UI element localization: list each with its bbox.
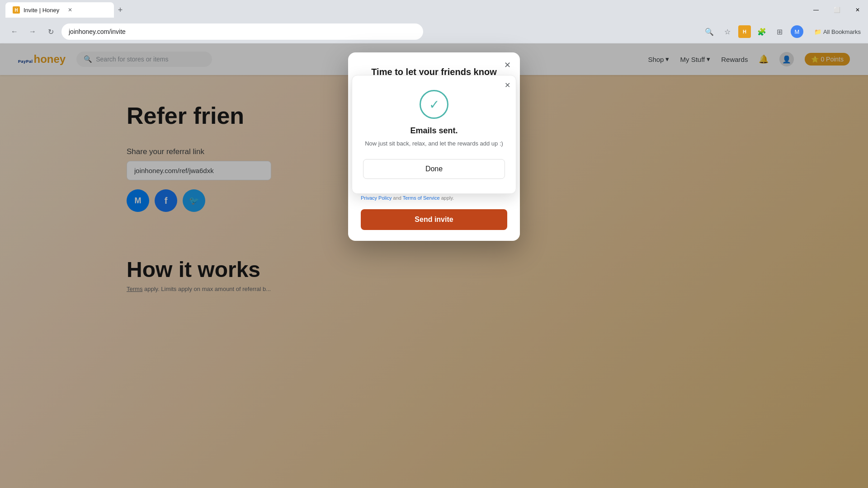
success-title: Emails sent. [363, 126, 505, 136]
user-profile-icon[interactable]: M [791, 25, 803, 38]
page-content: PayPal honey 🔍 Search for stores or item… [0, 43, 868, 488]
minimize-button[interactable]: — [806, 3, 826, 17]
success-check-circle: ✓ [420, 90, 448, 119]
close-button[interactable]: ✕ [847, 3, 868, 17]
browser-chrome: H Invite | Honey ✕ + — ⬜ ✕ ← → ↻ joinhon… [0, 0, 868, 43]
search-icon[interactable]: 🔍 [702, 24, 717, 39]
maximize-button[interactable]: ⬜ [826, 3, 847, 17]
invite-modal: ✕ Time to let your friends know about Ho… [348, 52, 520, 241]
bookmark-star-icon[interactable]: ☆ [720, 24, 735, 39]
browser-tab[interactable]: H Invite | Honey ✕ [5, 2, 114, 18]
tab-favicon: H [13, 6, 20, 14]
address-bar[interactable]: joinhoney.com/invite [61, 23, 423, 40]
forward-button[interactable]: → [25, 24, 40, 39]
send-invite-button[interactable]: Send invite [361, 209, 507, 230]
bookmarks-bar-button[interactable]: 📁 All Bookmarks [814, 28, 861, 35]
new-tab-button[interactable]: + [114, 4, 127, 16]
success-popup-close-button[interactable]: ✕ [505, 81, 510, 89]
browser-toolbar: 🔍 ☆ H 🧩 ⊞ M [702, 24, 803, 39]
honey-extension-icon[interactable]: H [738, 25, 751, 38]
modal-overlay: ✕ Time to let your friends know about Ho… [0, 43, 868, 488]
check-icon: ✓ [429, 97, 439, 112]
tab-title: Invite | Honey [24, 7, 59, 14]
back-button[interactable]: ← [7, 24, 22, 39]
profile-manager-icon[interactable]: ⊞ [773, 24, 787, 39]
tab-close-button[interactable]: ✕ [66, 6, 74, 14]
refresh-button[interactable]: ↻ [43, 24, 58, 39]
privacy-policy-link[interactable]: Privacy Policy [361, 195, 392, 201]
terms-of-service-link[interactable]: Terms of Service [403, 195, 440, 201]
browser-nav: ← → ↻ joinhoney.com/invite 🔍 ☆ H 🧩 ⊞ M 📁… [0, 20, 868, 43]
extensions-icon[interactable]: 🧩 [755, 24, 769, 39]
modal-close-button[interactable]: ✕ [501, 59, 514, 71]
done-button[interactable]: Done [363, 159, 505, 179]
success-subtitle: Now just sit back, relax, and let the re… [363, 139, 505, 148]
success-popup: ✕ ✓ Emails sent. Now just sit back, rela… [352, 75, 516, 194]
